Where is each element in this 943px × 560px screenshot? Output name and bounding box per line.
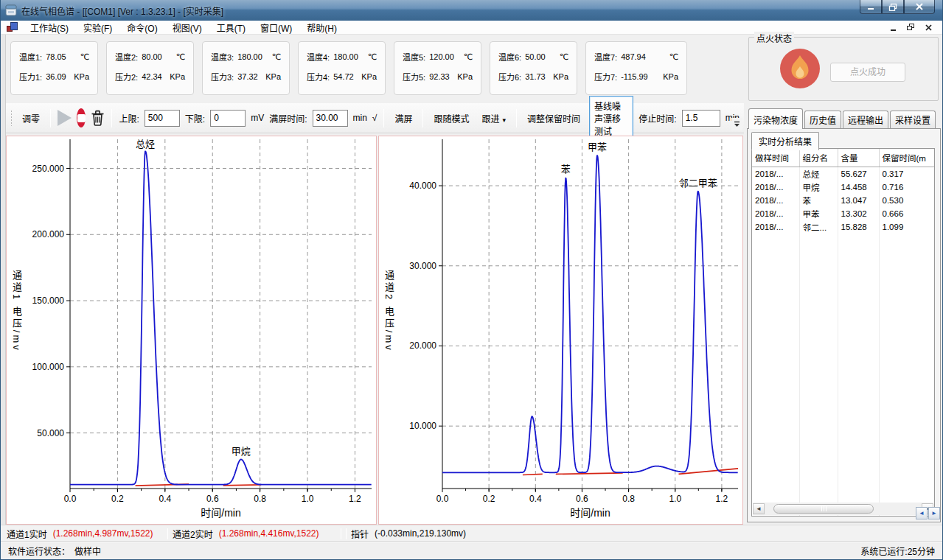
sub-tab-realtime-results[interactable]: 实时分析结果 <box>751 132 819 150</box>
checkmark-indicator[interactable]: √ <box>372 113 377 123</box>
mdi-restore-icon[interactable] <box>907 24 915 31</box>
pressure-value: 92.33 <box>429 72 450 81</box>
upper-limit-input[interactable] <box>145 110 180 127</box>
column-header[interactable]: 保留时间(m <box>879 149 935 167</box>
menu-item[interactable]: 工作站(S) <box>23 20 76 35</box>
horizontal-scrollbar[interactable]: ◄ ► <box>753 503 933 515</box>
restore-button[interactable] <box>882 0 904 14</box>
follow-dropdown-button[interactable]: 跟进▾ <box>478 109 509 127</box>
menu-item[interactable]: 视图(V) <box>165 20 209 35</box>
chromatogram-channel2[interactable]: 0.00.20.40.60.81.01.210.00020.00030.0004… <box>379 136 742 524</box>
integration-baseline <box>678 469 738 475</box>
table-row[interactable]: 2018/...甲烷14.4580.716 <box>752 181 935 194</box>
mdi-close-icon[interactable] <box>925 24 932 31</box>
peak-label: 甲苯 <box>588 141 607 153</box>
menu-bar: 工作站(S)实验(F)命令(O)视图(V)工具(T)窗口(W)帮助(H) <box>1 21 942 35</box>
stop-button[interactable] <box>77 108 86 127</box>
temperature-value: 120.00 <box>429 52 454 61</box>
svg-text:50.000: 50.000 <box>37 428 64 438</box>
software-state-value: 做样中 <box>74 545 101 557</box>
close-button[interactable] <box>904 0 935 14</box>
follow-mode-button[interactable]: 跟随模式 <box>430 109 473 127</box>
menu-item[interactable]: 工具(T) <box>209 20 253 35</box>
analysis-table: 做样时间组分名含量保留时间(m 2018/...总烃55.6270.317201… <box>752 149 935 517</box>
chromatogram-channel1[interactable]: 0.00.20.40.60.81.01.250.000100.000150.00… <box>7 136 376 524</box>
pointer-value: (-0.033min,219.130mv) <box>375 528 466 539</box>
close-icon <box>916 3 923 10</box>
sensor-card: 温度4:180.00℃压力4:54.72KPa <box>298 41 386 95</box>
zero-adjust-button[interactable]: 调零 <box>18 109 44 127</box>
fullscreen-time-input[interactable] <box>313 110 348 127</box>
menu-item[interactable]: 命令(O) <box>119 20 164 35</box>
fullscreen-button[interactable]: 满屏 <box>391 109 416 127</box>
peak-label: 总烃 <box>136 139 155 150</box>
pressure-unit: KPa <box>457 72 473 81</box>
empty-row <box>752 234 935 245</box>
x-axis-label: 时间/min <box>201 507 240 519</box>
menu-item[interactable]: 帮助(H) <box>299 20 344 35</box>
empty-row <box>752 375 935 387</box>
svg-text:20.000: 20.000 <box>409 340 436 351</box>
sensor-card: 温度1:78.05℃压力1:36.09KPa <box>10 41 98 95</box>
column-header[interactable]: 做样时间 <box>752 149 799 167</box>
svg-text:0.6: 0.6 <box>576 494 588 504</box>
adjust-retention-button[interactable]: 调整保留时间 <box>523 109 584 127</box>
toolbar-separator <box>50 109 51 127</box>
menu-item[interactable]: 实验(F) <box>76 20 119 35</box>
tab-scroll-left-button[interactable]: ◄ <box>916 507 928 519</box>
baseline-noise-test-button[interactable]: 基线噪声漂移测试 <box>589 96 633 141</box>
pressure-value: 54.72 <box>333 72 354 81</box>
minimize-button[interactable] <box>860 0 882 14</box>
integration-baseline <box>556 473 623 475</box>
left-splitter[interactable] <box>1 35 6 525</box>
tab-content: 实时分析结果 做样时间组分名含量保留时间(m 2018/...总烃55.6270… <box>747 128 941 522</box>
clear-button[interactable] <box>91 110 105 126</box>
peak-label: 甲烷 <box>232 446 251 457</box>
toolbar-overflow-button[interactable] <box>731 118 742 130</box>
upper-limit-label: 上限: <box>119 112 139 125</box>
table-row[interactable]: 2018/...苯13.0470.530 <box>752 194 935 207</box>
empty-row <box>752 363 935 375</box>
sensor-card: 温度5:120.00℃压力5:92.33KPa <box>394 41 481 95</box>
empty-row <box>752 245 935 257</box>
menu-item[interactable]: 窗口(W) <box>253 20 299 35</box>
stop-icon <box>77 114 86 122</box>
empty-row <box>752 328 935 340</box>
svg-text:0.6: 0.6 <box>206 494 219 504</box>
lower-limit-input[interactable] <box>210 110 246 127</box>
column-header[interactable]: 组分名 <box>799 149 838 167</box>
play-icon <box>58 110 72 126</box>
tab-2[interactable]: 历史值 <box>804 111 841 129</box>
empty-row <box>752 340 935 351</box>
svg-text:1.2: 1.2 <box>349 494 361 504</box>
analysis-panel: 污染物浓度历史值远程输出采样设置 ◄ ► 实时分析结果 做样时间组分名含量保留时… <box>747 108 941 522</box>
pressure-label: 压力2: <box>115 71 138 83</box>
mdi-minimize-icon[interactable] <box>890 24 897 31</box>
analysis-table-panel: 做样时间组分名含量保留时间(m 2018/...总烃55.6270.317201… <box>751 148 935 517</box>
empty-row <box>752 304 935 316</box>
scroll-left-button[interactable]: ◄ <box>753 503 765 514</box>
tab-4[interactable]: 采样设置 <box>890 111 936 129</box>
app-icon <box>5 4 17 16</box>
stop-time-input[interactable] <box>682 110 720 127</box>
pressure-unit: KPa <box>265 72 281 81</box>
temperature-value: 80.00 <box>142 52 162 61</box>
toolbar: 调零 上限: 下限: mV 满屏时间: min <box>6 103 744 133</box>
start-acquisition-button[interactable] <box>58 110 72 126</box>
scrollbar-thumb[interactable] <box>773 504 874 514</box>
toolbar-grip[interactable] <box>10 110 12 126</box>
table-row[interactable]: 2018/...甲苯13.3020.666 <box>752 207 935 220</box>
tab-3[interactable]: 远程输出 <box>843 111 888 129</box>
svg-text:0.0: 0.0 <box>64 494 77 504</box>
pressure-value: 42.34 <box>142 72 162 81</box>
chromatogram-panel-channel2[interactable]: 通道2 电压/mv 0.00.20.40.60.81.01.210.00020.… <box>378 136 743 525</box>
svg-text:10.000: 10.000 <box>409 421 436 431</box>
temperature-value: 78.05 <box>46 52 66 61</box>
table-row[interactable]: 2018/...总烃55.6270.317 <box>752 167 935 181</box>
ignition-status-button[interactable]: 点火成功 <box>830 63 905 82</box>
tab-1[interactable]: 污染物浓度 <box>748 108 803 129</box>
column-header[interactable]: 含量 <box>838 149 879 167</box>
tab-scroll-right-button[interactable]: ► <box>928 507 940 519</box>
table-row[interactable]: 2018/...邻二...15.8281.099 <box>752 220 935 234</box>
chromatogram-panel-channel1[interactable]: 通道1 电压/mv 0.00.20.40.60.81.01.250.000100… <box>6 136 377 525</box>
